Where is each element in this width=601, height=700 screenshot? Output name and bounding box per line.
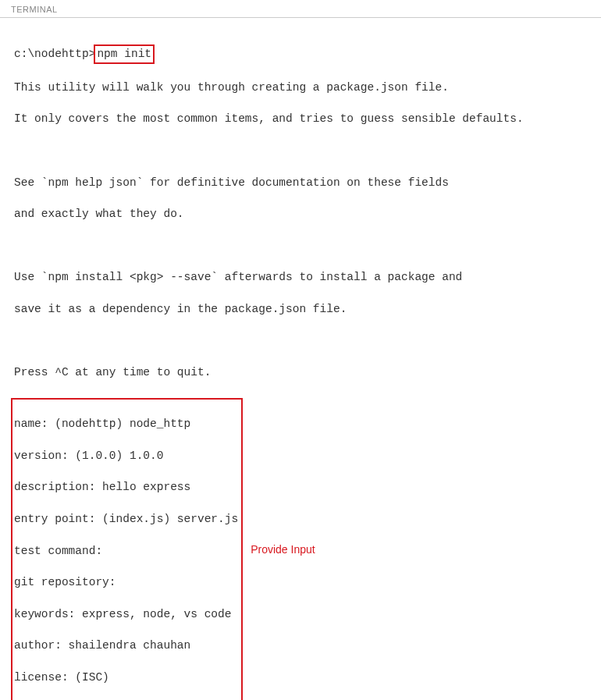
input-line: git repository:: [14, 574, 238, 590]
prompt-path: c:\nodehttp>: [14, 48, 95, 60]
blank-line: [14, 333, 587, 349]
input-line: test command:: [14, 543, 238, 559]
blank-line: [14, 238, 587, 254]
intro-line: save it as a dependency in the package.j…: [14, 301, 587, 317]
input-line: author: shailendra chauhan: [14, 638, 238, 653]
input-line: license: (ISC): [14, 670, 238, 685]
blank-line: [14, 143, 587, 158]
input-line: description: hello express: [14, 479, 238, 495]
intro-line: See `npm help json` for definitive docum…: [14, 175, 587, 190]
input-section-row: name: (nodehttp) node_http version: (1.0…: [14, 396, 587, 700]
panel-title: TERMINAL: [11, 5, 58, 14]
input-line: keywords: express, node, vs code: [14, 606, 238, 622]
input-line: name: (nodehttp) node_http: [14, 416, 238, 432]
command-highlight: npm init: [94, 44, 155, 63]
intro-line: Use `npm install <pkg> --save` afterward…: [14, 269, 587, 285]
input-highlight-box: name: (nodehttp) node_http version: (1.0…: [11, 398, 243, 700]
annotation-label: Provide Input: [251, 542, 315, 558]
input-line: version: (1.0.0) 1.0.0: [14, 448, 238, 464]
prompt-line: c:\nodehttp>npm init: [14, 44, 587, 63]
intro-line: This utility will walk you through creat…: [14, 80, 587, 95]
input-line: entry point: (index.js) server.js: [14, 511, 238, 527]
panel-header: TERMINAL: [0, 0, 601, 18]
intro-line: It only covers the most common items, an…: [14, 111, 587, 126]
command-text: npm init: [97, 48, 151, 60]
intro-line: Press ^C at any time to quit.: [14, 364, 587, 380]
intro-line: and exactly what they do.: [14, 206, 587, 222]
terminal-output[interactable]: c:\nodehttp>npm init This utility will w…: [0, 18, 601, 700]
